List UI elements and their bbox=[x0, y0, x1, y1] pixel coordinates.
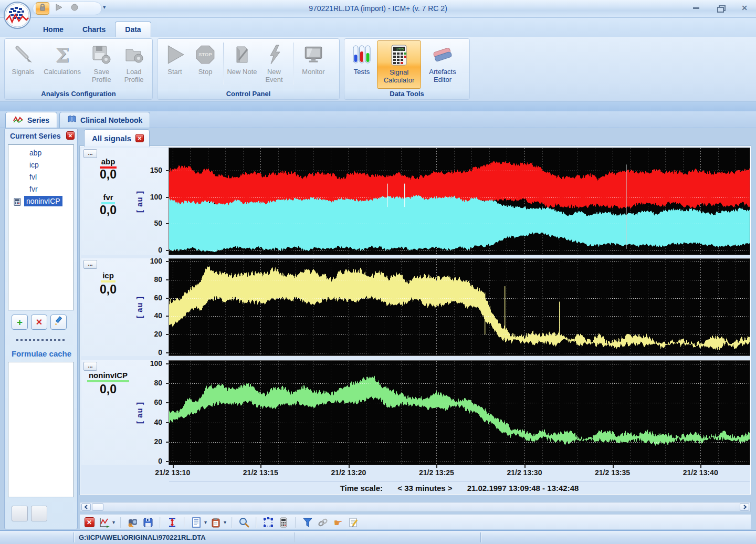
pointing-hand-icon: ☛ bbox=[334, 517, 343, 528]
chart-horizontal-scrollbar[interactable] bbox=[80, 502, 751, 512]
save-chart-button[interactable] bbox=[141, 516, 155, 529]
x-axis-tick-mark bbox=[436, 465, 437, 468]
scroll-left-button[interactable] bbox=[81, 503, 91, 511]
series-item-label: fvl bbox=[29, 173, 37, 181]
calculations-button[interactable]: Σ Calculations bbox=[39, 40, 86, 89]
load-profile-button[interactable]: Load Profile bbox=[118, 40, 150, 89]
plot-abp-fvr[interactable] bbox=[169, 148, 750, 255]
tab-charts[interactable]: Charts bbox=[73, 22, 115, 37]
chart-type-button[interactable] bbox=[98, 516, 111, 529]
group-label-control-panel: Control Panel bbox=[158, 89, 339, 99]
calculator-button[interactable] bbox=[277, 516, 290, 529]
link-icon bbox=[317, 517, 329, 528]
splitter-grip-icon bbox=[16, 339, 67, 341]
time-scale-window-control[interactable]: < 33 minutes > bbox=[397, 484, 452, 493]
plot-noninvicp[interactable] bbox=[169, 360, 750, 465]
x-axis-tick-mark bbox=[700, 465, 701, 468]
series-list-item[interactable]: icp bbox=[8, 159, 74, 171]
edit-series-button[interactable] bbox=[50, 315, 67, 330]
select-region-button[interactable] bbox=[261, 516, 275, 529]
y-scale-button[interactable] bbox=[165, 516, 179, 529]
y-axis-tick-label: 0 bbox=[158, 457, 162, 465]
delete-series-button[interactable]: ✕ bbox=[31, 315, 47, 330]
restore-button[interactable] bbox=[713, 3, 728, 13]
sigma-icon: Σ bbox=[55, 43, 69, 67]
all-signals-close-button[interactable]: ✕ bbox=[135, 134, 144, 142]
plot-icp[interactable] bbox=[169, 258, 750, 356]
chart-type-dropdown-icon[interactable]: ▾ bbox=[112, 519, 115, 525]
tests-icon bbox=[352, 43, 372, 67]
link-button[interactable] bbox=[316, 516, 330, 529]
add-series-button[interactable]: + bbox=[12, 315, 28, 330]
annotations-button[interactable] bbox=[346, 516, 360, 529]
copy-clipboard-button[interactable] bbox=[209, 516, 223, 529]
y-axis-tick-label: 100 bbox=[150, 258, 162, 265]
series-list-item[interactable]: abp bbox=[8, 147, 74, 159]
report-button[interactable] bbox=[190, 516, 203, 529]
y-axis-tick-label: 100 bbox=[150, 360, 162, 368]
minimize-button[interactable] bbox=[689, 3, 704, 13]
signal-calculator-icon: 1725 bbox=[390, 43, 408, 67]
statusbar-separator bbox=[294, 532, 295, 542]
group-analysis-configuration: Signals Σ Calculations Save Profile bbox=[4, 38, 153, 100]
stop-button[interactable]: STOP Stop bbox=[190, 40, 220, 89]
monitor-button[interactable]: Monitor bbox=[296, 40, 331, 89]
file-path-text: G:\ICP\AWEL\ORIGINAL\970221RL.DTA bbox=[79, 533, 206, 541]
clipboard-dropdown-icon[interactable]: ▾ bbox=[224, 519, 226, 525]
artefacts-editor-button[interactable]: Artefacts Editor bbox=[421, 40, 464, 89]
tests-button[interactable]: Tests bbox=[346, 40, 377, 89]
lock-button[interactable] bbox=[36, 2, 49, 15]
new-note-button[interactable]: New Note bbox=[226, 40, 258, 89]
play-icon bbox=[55, 3, 63, 14]
formulae-cache-list[interactable] bbox=[8, 362, 74, 497]
x-axis-tick-label: 21/2 13:10 bbox=[148, 468, 198, 477]
report-dropdown-icon[interactable]: ▾ bbox=[204, 519, 207, 525]
save-profile-button[interactable]: Save Profile bbox=[85, 40, 118, 89]
chart-row-noninvicp: ... noninvICP 0,0 [ au ] 020406080100 bbox=[81, 360, 750, 465]
chart-options-button[interactable]: ... bbox=[83, 260, 97, 269]
qat-customize-icon[interactable]: ▾ bbox=[103, 4, 106, 11]
x-axis-tick-mark bbox=[173, 465, 174, 468]
close-button[interactable]: ✕ bbox=[737, 3, 752, 13]
series-list-item[interactable]: fvr bbox=[8, 183, 74, 195]
play-button[interactable] bbox=[52, 2, 66, 15]
filter-button[interactable] bbox=[301, 516, 314, 529]
zoom-button[interactable] bbox=[237, 516, 251, 529]
app-logo[interactable] bbox=[3, 1, 32, 29]
current-series-close-button[interactable]: ✕ bbox=[66, 131, 75, 140]
notes-icon bbox=[348, 517, 359, 528]
manual-marker-button[interactable]: ☛ bbox=[331, 516, 345, 529]
time-scale-label: Time scale: bbox=[340, 484, 383, 493]
sidebar-bottom-button-1[interactable] bbox=[12, 506, 28, 521]
signal-calculator-button[interactable]: 1725 Signal Calculator bbox=[377, 40, 421, 89]
all-signals-tab[interactable]: All signals ✕ bbox=[84, 129, 150, 147]
signals-button[interactable]: Signals bbox=[7, 40, 39, 89]
sidebar-bottom-button-2[interactable] bbox=[31, 506, 47, 521]
series-item-label: noninvICP bbox=[24, 196, 62, 206]
chart-options-button[interactable]: ... bbox=[83, 362, 97, 371]
series-list-item[interactable]: fvl bbox=[8, 171, 74, 183]
group-separator bbox=[293, 43, 293, 85]
scrollbar-thumb[interactable] bbox=[92, 503, 103, 511]
new-event-button[interactable]: New Event bbox=[258, 40, 290, 89]
status-bar: G:\ICP\AWEL\ORIGINAL\970221RL.DTA bbox=[0, 530, 756, 544]
tab-clinical-notebook[interactable]: Clinical Notebook bbox=[59, 112, 150, 128]
y-axis-tick-label: 40 bbox=[154, 418, 162, 426]
sidebar-splitter[interactable] bbox=[5, 338, 78, 342]
record-button[interactable] bbox=[68, 2, 81, 15]
x-axis-tick-label: 21/2 13:25 bbox=[411, 468, 461, 477]
scroll-right-button[interactable] bbox=[740, 503, 749, 511]
statusbar-separator bbox=[74, 532, 74, 542]
record-icon bbox=[70, 3, 79, 14]
x-axis-tick-label: 21/2 13:15 bbox=[235, 468, 286, 477]
charts-container: ... abp 0,0 fvr 0,0 [ au ] 050100150 ...… bbox=[80, 146, 751, 495]
tab-series[interactable]: Series bbox=[5, 112, 57, 128]
series-list-item[interactable]: noninvICP bbox=[8, 195, 74, 207]
formulae-cache-header: Formulae cache bbox=[5, 349, 78, 358]
tab-home[interactable]: Home bbox=[34, 22, 73, 37]
close-view-button[interactable]: ✕ bbox=[82, 516, 96, 529]
start-button[interactable]: Start bbox=[160, 40, 190, 89]
tab-data[interactable]: Data bbox=[115, 22, 151, 37]
x-axis-tick-label: 21/2 13:35 bbox=[587, 468, 638, 477]
preview-button[interactable] bbox=[126, 516, 140, 529]
